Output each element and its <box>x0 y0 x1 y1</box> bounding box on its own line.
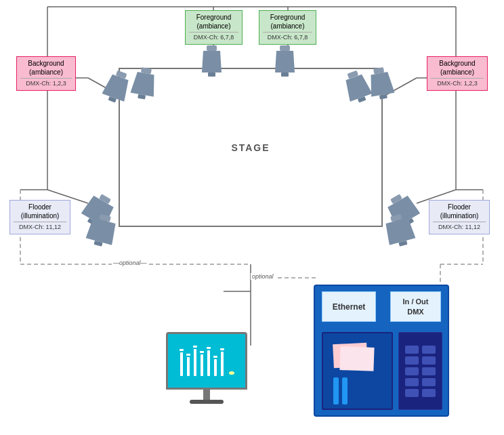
ethernet-port-label: Ethernet <box>322 291 376 322</box>
svg-marker-39 <box>368 71 395 97</box>
flooder-left-dmx: DMX-Ch: 11,12 <box>14 222 66 232</box>
ethernet-text: Ethernet <box>333 302 366 312</box>
svg-marker-42 <box>202 51 222 72</box>
svg-marker-51 <box>86 217 118 245</box>
svg-marker-33 <box>130 71 157 97</box>
dmx-controller: Ethernet In / OutDMX <box>314 285 449 417</box>
foreground-left-dmx: DMX-Ch: 6,7,8 <box>189 32 238 42</box>
foreground-left-title: Foreground(ambiance) <box>189 13 238 30</box>
svg-rect-44 <box>280 45 290 51</box>
spotlight-top-center-left <box>200 44 224 79</box>
foreground-ambiance-right: Foreground(ambiance) DMX-Ch: 6,7,8 <box>259 10 316 45</box>
lighting-console-monitor <box>166 332 247 404</box>
foreground-ambiance-left: Foreground(ambiance) DMX-Ch: 6,7,8 <box>185 10 243 45</box>
flooder-left-title: Flooder(illumination) <box>14 203 66 220</box>
svg-marker-57 <box>384 217 416 245</box>
background-ambiance-right: Background(ambiance) DMX-Ch: 1,2,3 <box>427 56 488 91</box>
flooder-right-title: Flooder(illumination) <box>433 203 486 220</box>
svg-rect-41 <box>207 45 217 51</box>
foreground-right-title: Foreground(ambiance) <box>263 13 312 30</box>
background-ambiance-left: Background(ambiance) DMX-Ch: 1,2,3 <box>16 56 76 91</box>
stage-label: STAGE <box>231 142 270 153</box>
stage-area: STAGE <box>119 68 383 227</box>
svg-marker-45 <box>275 51 295 72</box>
foreground-right-dmx: DMX-Ch: 6,7,8 <box>263 32 312 42</box>
flooder-right-dmx: DMX-Ch: 11,12 <box>433 222 486 232</box>
dmx-display <box>322 332 393 410</box>
svg-rect-43 <box>208 72 215 77</box>
monitor-base <box>190 400 224 404</box>
in-out-text: In / OutDMX <box>403 297 429 316</box>
svg-rect-46 <box>281 72 289 77</box>
optional-label-1: —optional— <box>112 260 148 266</box>
bg-left-title: Background(ambiance) <box>20 59 72 77</box>
stage-lighting-diagram: STAGE Foreground(ambiance) DMX-Ch: 6,7,8… <box>0 0 504 435</box>
bg-right-title: Background(ambiance) <box>431 59 484 77</box>
in-out-dmx-label: In / OutDMX <box>390 291 441 322</box>
bg-right-dmx: DMX-Ch: 1,2,3 <box>431 78 484 88</box>
monitor-screen <box>166 332 247 390</box>
flooder-right: Flooder(illumination) DMX-Ch: 11,12 <box>429 200 490 234</box>
monitor-stand <box>203 390 210 400</box>
dmx-faders <box>398 332 442 410</box>
optional-label-2: optional <box>251 273 275 280</box>
spotlight-top-center-right <box>273 44 297 79</box>
flooder-left: Flooder(illumination) DMX-Ch: 11,12 <box>9 200 70 234</box>
bg-left-dmx: DMX-Ch: 1,2,3 <box>20 78 72 88</box>
